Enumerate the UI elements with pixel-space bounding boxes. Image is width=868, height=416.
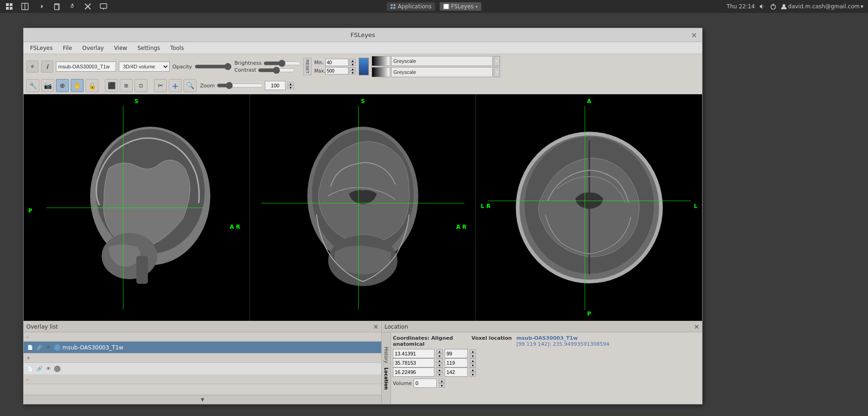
- sagittal-view[interactable]: S P A R: [24, 94, 250, 321]
- colormap2-dropdown-btn[interactable]: ▼: [494, 67, 500, 77]
- coord3-down[interactable]: ▼: [436, 372, 443, 377]
- pan-icon[interactable]: ✋: [71, 79, 84, 92]
- volume-type-select[interactable]: 3D/4D volume: [119, 61, 170, 72]
- menu-tools[interactable]: Tools: [165, 44, 189, 52]
- min-up-btn[interactable]: ▲: [349, 59, 356, 62]
- menu-fsleyes[interactable]: FSLeyes: [25, 44, 57, 52]
- fsleyes-dropdown-icon[interactable]: ▾: [476, 4, 478, 9]
- lock-icon[interactable]: 🔒: [86, 79, 98, 92]
- crosshair-icon[interactable]: ⊕: [56, 79, 69, 92]
- wrench-icon[interactable]: 🔧: [26, 79, 39, 92]
- location-body: History Location Coordinates: Aligned an…: [382, 332, 702, 404]
- zoom-input[interactable]: [265, 81, 286, 90]
- menu-overlay[interactable]: Overlay: [78, 44, 109, 52]
- camera-icon[interactable]: 📷: [41, 79, 54, 92]
- overlay-link-icon-1[interactable]: 🔗: [36, 365, 43, 373]
- location-close-btn[interactable]: ✕: [694, 323, 699, 330]
- min-input[interactable]: [325, 59, 348, 66]
- coord2-input[interactable]: [393, 358, 434, 367]
- overlay-eye-icon-1[interactable]: 👁: [45, 365, 52, 373]
- scissors-icon[interactable]: ✂: [154, 79, 167, 92]
- contrast-slider[interactable]: [258, 67, 295, 73]
- user-menu[interactable]: david.m.cash@gmail.com ▾: [781, 3, 863, 10]
- menu-settings[interactable]: Settings: [133, 44, 165, 52]
- zoom-spinners: ▲ ▼: [287, 82, 294, 89]
- coord1-input[interactable]: [393, 349, 434, 358]
- voxel1-up[interactable]: ▲: [470, 349, 476, 354]
- colormap2-select[interactable]: Greyscale: [391, 67, 493, 77]
- overlay-scroll-down-btn[interactable]: ▼: [201, 397, 204, 402]
- overlay-link-icon-0[interactable]: 🔗: [36, 344, 43, 351]
- voxel1-input[interactable]: [445, 349, 468, 358]
- power-icon[interactable]: [770, 3, 777, 10]
- coord2-down[interactable]: ▼: [436, 363, 443, 367]
- max-up-btn[interactable]: ▲: [349, 67, 356, 71]
- coord1-up[interactable]: ▲: [436, 349, 443, 354]
- overlay-settings-icon[interactable]: [26, 61, 38, 73]
- plus-icon[interactable]: +: [169, 79, 182, 92]
- settings-icon[interactable]: [67, 2, 77, 11]
- grid-icon[interactable]: [5, 2, 14, 11]
- arrow-icon[interactable]: [36, 2, 45, 11]
- overlay-row-0[interactable]: 📄 🔗 👁 msub-OAS30003_T1w: [24, 342, 381, 354]
- fsleyes-taskbar-btn[interactable]: FSLeyes ▾: [440, 2, 482, 11]
- coord1-down[interactable]: ▼: [436, 354, 443, 358]
- workspace-icon[interactable]: [20, 2, 30, 11]
- overlay-name-input[interactable]: [56, 61, 116, 72]
- view1-icon[interactable]: ⬛: [105, 79, 118, 92]
- coord2-up[interactable]: ▲: [436, 358, 443, 363]
- voxel3-input[interactable]: [445, 367, 468, 377]
- zoom-slider[interactable]: [217, 82, 263, 89]
- colormap1-select[interactable]: Greyscale: [391, 56, 493, 66]
- overlay-info-icon[interactable]: i: [41, 61, 53, 73]
- close-x-icon[interactable]: [83, 2, 92, 11]
- voxel1-down[interactable]: ▼: [470, 354, 476, 358]
- applications-btn[interactable]: Applications: [386, 2, 435, 11]
- colormap1-dropdown-btn[interactable]: ▼: [494, 56, 500, 66]
- axial-view[interactable]: A L R L P: [476, 94, 702, 321]
- voxel2-down[interactable]: ▼: [470, 363, 476, 367]
- max-down-btn[interactable]: ▼: [349, 71, 356, 74]
- menu-file[interactable]: File: [58, 44, 77, 52]
- coord3-up[interactable]: ▲: [436, 367, 443, 372]
- coronal-view[interactable]: S A R: [250, 94, 477, 321]
- overlay-row-1[interactable]: 📄 🔗 👁 sub-OAS30003_T1w: [24, 363, 381, 375]
- search-icon[interactable]: 🔍: [183, 79, 196, 92]
- coord3-input[interactable]: [393, 367, 434, 377]
- overlay-plus1[interactable]: +: [26, 355, 30, 361]
- voxel3-up[interactable]: ▲: [470, 367, 476, 372]
- voxel2-up[interactable]: ▲: [470, 358, 476, 363]
- overlay-file-icon-1[interactable]: 📄: [26, 365, 34, 373]
- overlay-dash1: –: [26, 334, 29, 339]
- brightness-slider[interactable]: [263, 60, 300, 67]
- overlay-file-icon-0[interactable]: 📄: [26, 344, 34, 351]
- color-swatch[interactable]: [359, 58, 369, 75]
- opacity-slider[interactable]: [195, 63, 232, 70]
- copy-icon[interactable]: [52, 2, 61, 11]
- coord-row-1: ▲ ▼ ▲ ▼: [393, 349, 512, 358]
- coord2-spinners: ▲ ▼: [436, 358, 443, 367]
- volume-input[interactable]: [414, 379, 437, 388]
- tab-location[interactable]: Location: [383, 366, 390, 392]
- overlay-list-close-btn[interactable]: ✕: [373, 323, 379, 330]
- volume-up[interactable]: ▲: [439, 379, 445, 383]
- overlay-list-footer: ▼: [24, 395, 381, 404]
- overlay-eye-icon-0[interactable]: 👁: [45, 344, 52, 351]
- volume-down[interactable]: ▼: [439, 383, 445, 388]
- min-down-btn[interactable]: ▼: [349, 62, 356, 66]
- view2-icon[interactable]: ⊞: [120, 79, 133, 92]
- location-info: msub-OAS30003_T1w [99 119 142]: 235.9499…: [513, 332, 702, 404]
- menu-view[interactable]: View: [110, 44, 132, 52]
- view3-icon[interactable]: ⊡: [134, 79, 147, 92]
- voxel2-input[interactable]: [445, 358, 468, 367]
- display-icon[interactable]: [99, 2, 108, 11]
- window-close-button[interactable]: ✕: [689, 31, 698, 40]
- volume-icon[interactable]: [758, 3, 766, 10]
- tab-history[interactable]: History: [383, 345, 390, 365]
- sagittal-mri: [24, 94, 250, 321]
- voxel3-down[interactable]: ▼: [470, 372, 476, 377]
- reset-button[interactable]: RESET: [303, 58, 312, 75]
- zoom-down-btn[interactable]: ▼: [287, 86, 294, 89]
- zoom-up-btn[interactable]: ▲: [287, 82, 294, 86]
- max-input[interactable]: [325, 67, 348, 74]
